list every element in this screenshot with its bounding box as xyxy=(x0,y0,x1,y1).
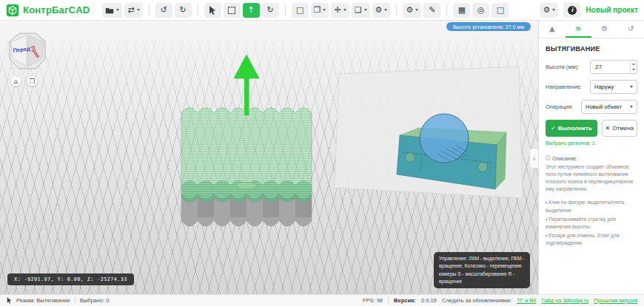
sphere-sketch[interactable] xyxy=(420,114,469,163)
height-input[interactable] xyxy=(591,61,630,73)
height-input-wrap xyxy=(590,60,637,74)
status-divider xyxy=(388,297,389,304)
frame-view-button[interactable]: □ xyxy=(492,3,509,18)
tool-settings-button[interactable]: ⚙ xyxy=(403,3,421,18)
caret-down-icon xyxy=(630,86,633,88)
info-circle-icon: ⓘ xyxy=(546,154,551,162)
group-icon: ❏ xyxy=(355,6,362,14)
viewport-3d[interactable]: Перед Прав ⌂ ❒ Высота установлена: 27.0 … xyxy=(0,21,538,294)
select-cursor-button[interactable] xyxy=(204,3,221,18)
app-logo[interactable]: КонтрБагCAD xyxy=(6,4,90,17)
box-select-icon xyxy=(228,7,235,14)
caret-down-icon xyxy=(323,9,326,11)
status-right: FPS: 98 Версия: 0.9.19 Следить за обновл… xyxy=(363,297,637,304)
caret-down-icon xyxy=(137,9,140,11)
tab-settings[interactable]: ⚙ xyxy=(591,21,618,38)
close-icon: ✕ xyxy=(606,125,611,132)
navigation-cube[interactable]: Перед Прав xyxy=(6,30,49,72)
toolbar-divider xyxy=(149,4,150,16)
tab-history[interactable]: ↺ xyxy=(618,21,644,38)
updates-label: Следить за обновлениями: xyxy=(442,297,511,304)
orbit-icon: ↻ xyxy=(267,6,274,14)
caret-down-icon xyxy=(343,9,346,11)
status-left: Режим: Вытягивание Выбрано: 0 xyxy=(7,297,109,304)
import-export-button[interactable]: ⇄ xyxy=(124,3,142,18)
extrude-arrow-icon: ↑ xyxy=(248,6,255,14)
hole-sketch xyxy=(406,153,415,163)
projection-toggle-button[interactable]: ❒ xyxy=(27,75,38,86)
action-buttons: ✓ Выполнить ✕ Отмена xyxy=(546,120,637,137)
height-stepper xyxy=(630,61,637,73)
toolbar: КонтрБагCAD ⇄ ↺ ↻ ↑ ↻ □ ❐ ✛ ❏ ⚙ ⚙ ✎ ▦ xyxy=(0,0,644,21)
extrude-tool-button[interactable]: ↑ xyxy=(243,3,260,18)
home-view-button[interactable]: ⌂ xyxy=(10,75,21,86)
target-icon: ◎ xyxy=(477,6,485,14)
caret-down-icon xyxy=(116,9,119,11)
stepper-up-icon[interactable] xyxy=(631,61,637,67)
grid-toggle-button[interactable]: ▦ xyxy=(453,3,470,18)
gears-icon: ⚙ xyxy=(375,6,383,14)
toolbar-divider xyxy=(446,4,447,16)
operation-select[interactable]: Новый объект xyxy=(581,100,637,114)
mode-indicator: Режим: Вытягивание xyxy=(16,297,70,304)
version-label: Версия: xyxy=(394,297,416,304)
selected-count: Выбрано: 0 xyxy=(80,297,110,304)
operations-button[interactable]: ⚙ xyxy=(372,3,391,18)
version-value: 0.9.19 xyxy=(421,297,437,304)
direction-field-row: Направление: Наружу xyxy=(546,80,637,94)
operation-label: Операция: xyxy=(546,103,573,110)
previous-version-link[interactable]: Прошлая версия xyxy=(594,297,637,304)
caret-down-icon xyxy=(552,9,555,11)
height-field-row: Высота (мм): xyxy=(546,60,637,74)
tab-properties[interactable]: ≡ xyxy=(566,21,592,38)
undo-button[interactable]: ↺ xyxy=(155,3,172,18)
description-header: ⓘ Описание: xyxy=(546,154,637,162)
fps-counter: FPS: 98 xyxy=(363,297,383,304)
execute-button[interactable]: ✓ Выполнить xyxy=(546,120,597,137)
grid-icon: ▦ xyxy=(458,6,466,14)
open-file-button[interactable] xyxy=(102,3,122,18)
toolbar-right-group: ⚙ i Новый проект xyxy=(540,3,638,18)
tab-shapes[interactable]: ▲ xyxy=(539,21,566,38)
operation-value: Новый объект xyxy=(586,103,622,110)
hint-item: Клик по фигуре: выделить/снять выделение xyxy=(546,199,637,214)
panel-title: ВЫТЯГИВАНИЕ xyxy=(546,45,637,52)
app-settings-button[interactable]: ⚙ xyxy=(540,3,558,18)
sketch-rect-button[interactable]: □ xyxy=(292,3,309,18)
guide-link[interactable]: Гайд на 3dtoday.ru xyxy=(542,297,589,304)
caret-down-icon xyxy=(384,9,387,11)
copy-icon: ❐ xyxy=(314,6,321,14)
group-button[interactable]: ❏ xyxy=(352,3,370,18)
extrude-drag-arrow[interactable] xyxy=(234,55,259,115)
folder-icon xyxy=(105,7,114,14)
snap-button[interactable]: ◎ xyxy=(472,3,489,18)
controls-tooltip: Управление: ЛКМ - выделение, ПКМ - враще… xyxy=(434,252,530,288)
status-bar: Режим: Вытягивание Выбрано: 0 FPS: 98 Ве… xyxy=(0,294,644,306)
box-select-button[interactable] xyxy=(224,3,241,18)
extrusion-layer-texture xyxy=(181,108,312,200)
panel-collapse-handle[interactable]: › xyxy=(529,148,538,169)
cancel-button[interactable]: ✕ Отмена xyxy=(602,120,637,137)
app-window: КонтрБагCAD ⇄ ↺ ↻ ↑ ↻ □ ❐ ✛ ❏ ⚙ ⚙ ✎ ▦ xyxy=(0,0,644,306)
hint-item: Перетаскивайте стрелку для изменения выс… xyxy=(546,216,637,231)
hint-item: Escape для отмены, Enter для подтвержден… xyxy=(546,232,637,247)
edit-button[interactable]: ✎ xyxy=(423,3,440,18)
toolbar-divider xyxy=(396,4,397,16)
direction-select[interactable]: Наружу xyxy=(590,80,637,94)
pencil-icon: ✎ xyxy=(429,6,435,14)
hole-sketch xyxy=(478,163,488,172)
move-button[interactable]: ✛ xyxy=(331,3,349,18)
orbit-button[interactable]: ↻ xyxy=(262,3,279,18)
description-text: Этот инструмент создает объемное тело пу… xyxy=(546,163,637,192)
info-button[interactable]: i xyxy=(563,3,580,18)
social-link[interactable]: ТГ и ВК xyxy=(517,297,536,304)
selected-regions-note: Выбрано регионов: 1 xyxy=(546,140,637,146)
extrude-panel: ВЫТЯГИВАНИЕ Высота (мм): Направление: xyxy=(539,38,644,256)
view-buttons: ⌂ ❒ xyxy=(10,75,38,86)
gear-object[interactable] xyxy=(181,108,312,227)
new-project-link[interactable]: Новый проект xyxy=(586,6,638,14)
duplicate-button[interactable]: ❐ xyxy=(311,3,329,18)
caret-down-icon xyxy=(364,9,367,11)
stepper-down-icon[interactable] xyxy=(631,67,637,74)
redo-button[interactable]: ↻ xyxy=(175,3,192,18)
